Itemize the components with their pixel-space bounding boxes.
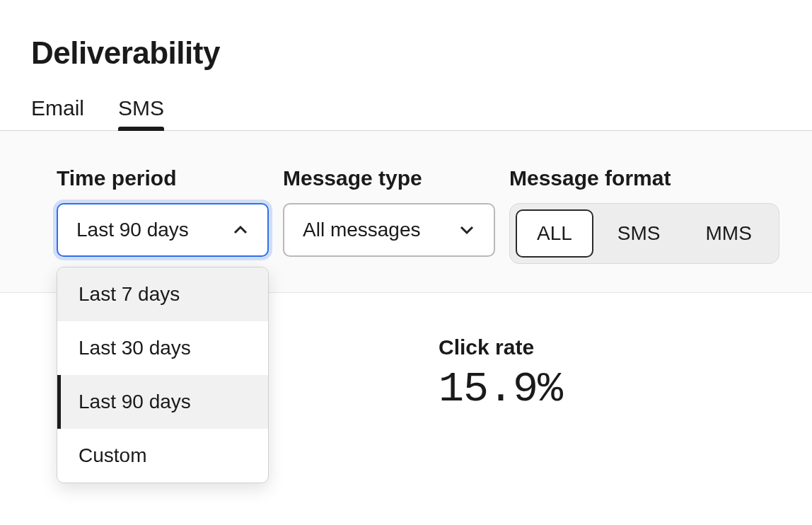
filter-time-period: Time period Last 90 days Last 7 days Las…: [57, 166, 269, 257]
message-format-label: Message format: [509, 166, 779, 190]
stat-click-rate: Click rate 15.9%: [439, 335, 562, 413]
message-type-select[interactable]: All messages: [283, 203, 495, 257]
time-period-select[interactable]: Last 90 days: [57, 203, 269, 257]
message-type-value: All messages: [303, 219, 421, 241]
time-period-option[interactable]: Last 90 days: [57, 375, 268, 429]
chevron-down-icon: [458, 221, 475, 238]
tabs: Email SMS: [0, 96, 812, 131]
filter-message-type: Message type All messages: [283, 166, 495, 257]
time-period-label: Time period: [57, 166, 269, 190]
message-format-option-sms[interactable]: SMS: [596, 209, 682, 258]
time-period-option[interactable]: Custom: [57, 429, 268, 483]
message-format-option-mms[interactable]: MMS: [685, 209, 773, 258]
time-period-value: Last 90 days: [76, 219, 189, 241]
time-period-dropdown: Last 7 days Last 30 days Last 90 days Cu…: [57, 267, 269, 483]
click-rate-value: 15.9%: [439, 365, 562, 413]
time-period-option[interactable]: Last 30 days: [57, 321, 268, 375]
tab-email[interactable]: Email: [31, 96, 84, 130]
chevron-up-icon: [232, 221, 249, 238]
time-period-option[interactable]: Last 7 days: [57, 267, 268, 321]
click-rate-label: Click rate: [439, 335, 562, 359]
filters-bar: Time period Last 90 days Last 7 days Las…: [0, 131, 812, 293]
page-title: Deliverability: [31, 35, 781, 71]
message-format-option-all[interactable]: ALL: [516, 209, 593, 258]
message-type-label: Message type: [283, 166, 495, 190]
message-format-segmented: ALL SMS MMS: [509, 203, 779, 264]
filter-message-format: Message format ALL SMS MMS: [509, 166, 779, 264]
tab-sms[interactable]: SMS: [118, 96, 164, 130]
